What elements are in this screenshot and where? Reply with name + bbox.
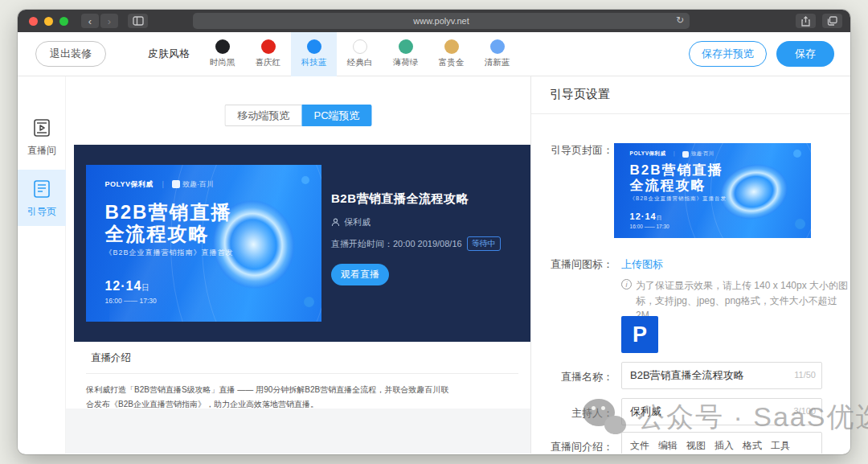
swatch-color-dot: [215, 39, 230, 54]
guide-cover-thumbnail[interactable]: POLYV保利威 ｜ 致趣·百川 B2B营销直播 全流程攻略 《B2B企业直播营…: [614, 143, 811, 238]
tab-overview-button[interactable]: [822, 14, 842, 28]
sidebar-item-live-room[interactable]: 直播间: [18, 109, 66, 165]
watch-live-button[interactable]: 观看直播: [331, 264, 389, 285]
upload-icon-link[interactable]: 上传图标: [621, 257, 663, 272]
editor-menu-tools[interactable]: 工具: [771, 439, 790, 453]
upload-tip-text: 为了保证显示效果，请上传 140 x 140px 大小的图标，支持jpg、jpe…: [636, 278, 850, 323]
editor-menu-insert[interactable]: 插入: [714, 439, 734, 453]
swatch-fresh-blue[interactable]: 清新蓝: [474, 32, 520, 76]
share-button[interactable]: [796, 14, 816, 28]
swatch-color-dot: [399, 39, 413, 54]
skin-swatch-group: 时尚黑 喜庆红 科技蓝 经典白 薄荷绿: [199, 32, 520, 76]
room-icon-preview: P: [621, 316, 658, 353]
preview-mode-tabs: 移动端预览 PC端预览: [224, 105, 371, 126]
partner-logo-mark: [172, 180, 180, 188]
divider: [531, 113, 850, 114]
browser-window: ‹ › www.polyv.net ↻: [18, 10, 850, 454]
sidebar-item-label: 直播间: [27, 144, 56, 158]
browser-back-button[interactable]: ‹: [81, 14, 99, 28]
zoom-window-button[interactable]: [59, 17, 68, 26]
swatch-mint-green[interactable]: 薄荷绿: [383, 32, 428, 76]
polyv-logo: POLYV保利威: [630, 150, 666, 158]
tab-overview-icon: [827, 16, 837, 26]
sidebar-toggle-button[interactable]: [128, 14, 148, 28]
pc-preview-canvas: POLYV保利威 ｜ 致趣·百川 B2B营销直播 全流程攻略 《B2B企业直播营…: [74, 145, 530, 342]
status-badge: 等待中: [467, 236, 501, 251]
swatch-rich-gold[interactable]: 富贵金: [428, 32, 474, 76]
swatch-label: 时尚黑: [210, 57, 235, 68]
partner-logo-mark: [682, 151, 689, 158]
live-intro-heading: 直播介绍: [74, 342, 530, 365]
save-and-preview-button[interactable]: 保存并预览: [689, 41, 767, 67]
settings-title: 引导页设置: [531, 76, 850, 102]
url-text: www.polyv.net: [413, 16, 469, 26]
address-bar[interactable]: www.polyv.net ↻: [193, 13, 690, 29]
close-window-button[interactable]: [29, 17, 38, 26]
main-bottom-strip: [66, 409, 530, 454]
poster-date: 12·14日: [104, 279, 150, 294]
editor-menu-edit[interactable]: 编辑: [658, 439, 678, 453]
poster-time: 16:00 —— 17:30: [104, 297, 156, 305]
swatch-color-dot: [444, 39, 459, 54]
live-name-input[interactable]: [621, 362, 822, 389]
live-intro-card: 直播介绍 保利威打造「B2B营销直播S级攻略」直播 —— 用90分钟拆解B2B营…: [74, 342, 530, 409]
watermark: 公众号 · SaaS优选: [583, 397, 868, 437]
skin-style-label: 皮肤风格: [148, 47, 190, 61]
poster-decor-dot: [301, 176, 309, 184]
swatch-label: 清新蓝: [485, 57, 510, 68]
guide-page-icon: [31, 178, 53, 200]
editor-menu-bar: 文件 编辑 视图 插入 格式 工具 表格: [630, 439, 821, 454]
live-intro-text: 保利威打造「B2B营销直播S级攻略」直播 —— 用90分钟拆解B2B营销直播全流…: [86, 383, 456, 411]
save-button[interactable]: 保存: [776, 41, 834, 67]
swatch-color-dot: [307, 39, 321, 54]
swatch-festive-red[interactable]: 喜庆红: [245, 32, 291, 76]
skin-toolbar: 退出装修 皮肤风格 时尚黑 喜庆红 科技蓝 经典白: [18, 32, 850, 76]
tab-mobile-preview[interactable]: 移动端预览: [224, 105, 301, 126]
tab-pc-preview[interactable]: PC端预览: [301, 105, 371, 126]
live-cover-poster: POLYV保利威 ｜ 致趣·百川 B2B营销直播 全流程攻略 《B2B企业直播营…: [86, 165, 321, 322]
poster-title-line2: 全流程攻略: [104, 221, 209, 247]
poster-subtitle: 《B2B企业直播营销指南》直播首发: [104, 248, 233, 258]
live-info-panel: B2B营销直播全流程攻略 保利威 直播开始时间：20:00 2019/08/16…: [331, 191, 520, 285]
divider: [86, 373, 518, 374]
editor-menu-table[interactable]: 表格: [630, 453, 649, 454]
exit-decoration-button[interactable]: 退出装修: [35, 41, 106, 67]
live-host-name: 保利威: [344, 216, 371, 228]
share-icon: [801, 16, 810, 27]
swatch-classic-white[interactable]: 经典白: [337, 32, 383, 76]
live-start-time-row: 直播开始时间：20:00 2019/08/16 等待中: [331, 236, 520, 251]
cover-label: 引导页封面：: [531, 143, 613, 158]
partner-logo: 致趣·百川: [691, 150, 714, 158]
polyv-logo: POLYV保利威: [104, 179, 154, 190]
watermark-text: 公众号 · SaaS优选: [637, 399, 868, 436]
swatch-tech-blue[interactable]: 科技蓝: [291, 32, 337, 76]
browser-forward-button[interactable]: ›: [100, 14, 118, 28]
sidebar-item-guide-page[interactable]: 引导页: [18, 170, 66, 226]
swatch-color-dot: [490, 39, 505, 54]
editor-menu-format[interactable]: 格式: [743, 439, 762, 453]
editor-menu-view[interactable]: 视图: [686, 439, 706, 453]
reload-icon[interactable]: ↻: [676, 14, 684, 26]
wechat-icon: [583, 397, 628, 437]
room-intro-label: 直播间介绍：: [531, 440, 613, 454]
live-title: B2B营销直播全流程攻略: [331, 191, 520, 207]
sidebar-toggle-icon: [133, 16, 144, 26]
poster-logo-row: POLYV保利威 ｜ 致趣·百川: [104, 179, 214, 190]
preview-main: 移动端预览 PC端预览: [66, 76, 530, 454]
partner-logo: 致趣·百川: [182, 179, 214, 190]
swatch-label: 经典白: [347, 57, 373, 68]
info-icon: i: [621, 279, 632, 289]
live-room-icon: [31, 117, 53, 139]
live-name-field: 11/50: [621, 362, 822, 389]
left-sidebar: 直播间 引导页: [18, 76, 66, 454]
editor-menu-file[interactable]: 文件: [630, 439, 649, 453]
person-icon: [331, 218, 340, 227]
live-start-time: 直播开始时间：20:00 2019/08/16: [331, 238, 462, 250]
swatch-fashion-black[interactable]: 时尚黑: [199, 32, 245, 76]
swatch-label: 喜庆红: [256, 57, 281, 68]
live-name-label: 直播名称：: [531, 370, 613, 384]
minimize-window-button[interactable]: [44, 17, 53, 26]
live-host-row: 保利威: [331, 216, 520, 228]
swatch-color-dot: [261, 39, 276, 54]
titlebar-right-buttons: [796, 14, 842, 28]
